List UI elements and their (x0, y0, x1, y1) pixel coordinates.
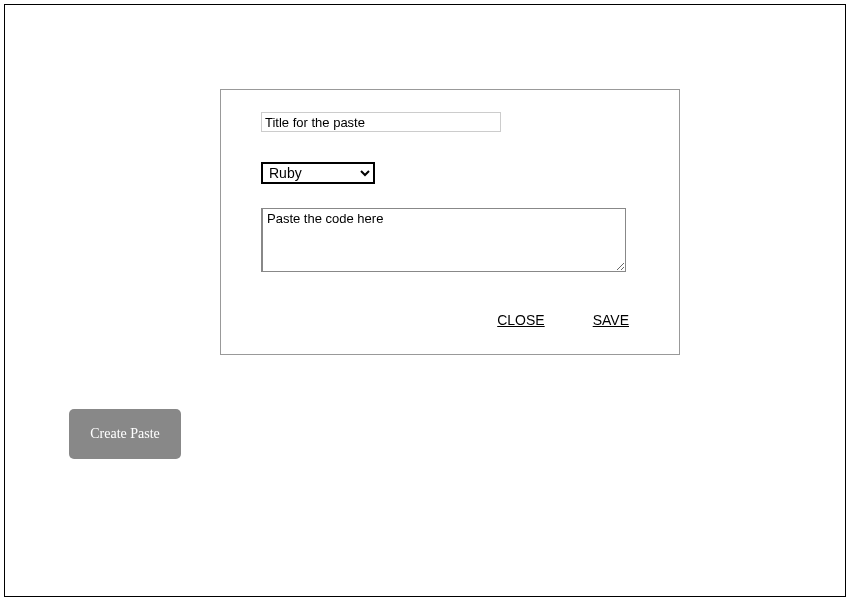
paste-modal: Ruby CLOSE SAVE (220, 89, 680, 355)
close-button[interactable]: CLOSE (497, 312, 544, 328)
paste-title-input[interactable] (261, 112, 501, 132)
language-select[interactable]: Ruby (261, 162, 375, 184)
code-textarea[interactable] (261, 208, 626, 272)
outer-frame: Ruby CLOSE SAVE Create Paste (4, 4, 846, 597)
create-paste-button[interactable]: Create Paste (69, 409, 181, 459)
modal-actions: CLOSE SAVE (497, 312, 629, 328)
save-button[interactable]: SAVE (593, 312, 629, 328)
